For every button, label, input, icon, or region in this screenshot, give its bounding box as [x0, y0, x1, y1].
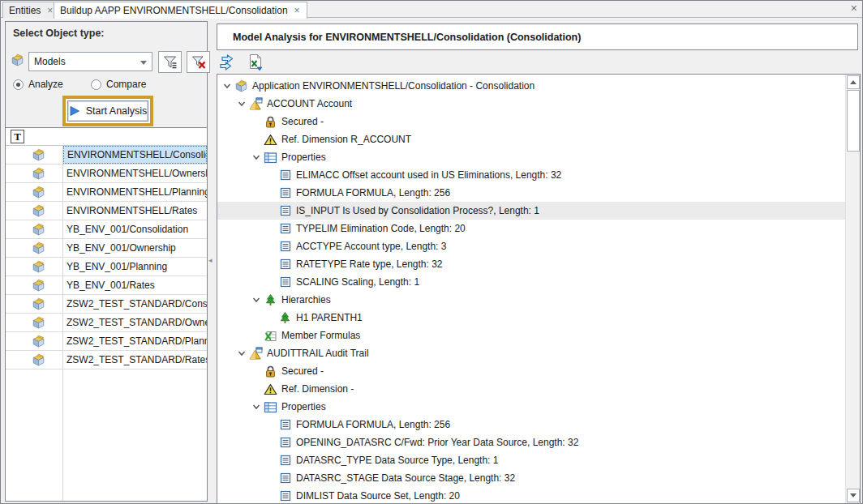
chevron-down-icon[interactable]: [237, 348, 249, 359]
export-excel-icon: [247, 53, 264, 71]
tree-row[interactable]: FORMULA FORMULA, Length: 256: [217, 416, 845, 434]
tree-row-label: Secured -: [277, 116, 324, 127]
panel-title: Select Object type:: [6, 22, 207, 42]
property-item-icon: [278, 454, 292, 468]
tree-row[interactable]: ELIMACC Offset account used in US Elimin…: [217, 166, 845, 184]
expand-arrows-button[interactable]: [218, 53, 238, 72]
chevron-down-icon[interactable]: [251, 401, 264, 412]
close-icon[interactable]: ×: [294, 6, 301, 15]
model-cube-icon: [32, 260, 45, 274]
tab-buildup[interactable]: Buildup AAPP ENVIRONMENTSHELL/Consolidat…: [54, 2, 307, 19]
tree-row[interactable]: Secured -: [217, 362, 845, 380]
object-type-select[interactable]: Models: [28, 52, 152, 71]
tree-row[interactable]: Hierarchies: [217, 291, 845, 309]
scrollbar-down-button[interactable]: [847, 489, 860, 502]
tree-row[interactable]: ACCOUNT Account: [217, 95, 845, 113]
tab-entities[interactable]: Entities ×: [2, 2, 60, 18]
model-row[interactable]: ENVIRONMENTSHELL/Planning: [6, 183, 207, 202]
chevron-spacer: [266, 169, 278, 181]
analysis-title-box: Model Analysis for ENVIRONMENTSHELL/Cons…: [217, 23, 858, 50]
model-row[interactable]: ZSW2_TEST_STANDARD/Consoli...: [6, 295, 207, 314]
radio-compare[interactable]: Compare: [91, 79, 146, 90]
models-table-header: T: [6, 128, 207, 146]
chevron-down-icon[interactable]: [237, 98, 249, 109]
tree-row[interactable]: Ref. Dimension -: [217, 380, 845, 398]
vertical-scrollbar[interactable]: [845, 75, 860, 503]
tree-row[interactable]: DATASRC_TYPE Data Source Type, Length: 1: [217, 451, 845, 469]
lock-icon: [264, 365, 277, 378]
tree-row[interactable]: Properties: [217, 148, 845, 166]
tree-row[interactable]: FORMULA FORMULA, Length: 256: [217, 184, 845, 202]
tree-row[interactable]: Ref. Dimension R_ACCOUNT: [217, 130, 845, 148]
scrollbar-up-button[interactable]: [847, 75, 860, 89]
chevron-spacer: [266, 276, 278, 288]
model-cube-icon: [32, 186, 45, 199]
radio-analyze-label: Analyze: [28, 79, 63, 90]
panel-splitter[interactable]: ◂: [208, 254, 215, 266]
tree-row[interactable]: DATASRC_STAGE Data Source Stage, Length:…: [217, 469, 845, 487]
tree-row[interactable]: Member Formulas: [217, 327, 845, 344]
text-filter-icon[interactable]: T: [11, 130, 24, 143]
model-row[interactable]: ZSW2_TEST_STANDARD/Owners...: [6, 314, 207, 332]
start-analysis-highlight: Start Analysis: [62, 96, 153, 126]
model-row[interactable]: ENVIRONMENTSHELL/Consolidation: [6, 146, 207, 164]
radio-analyze[interactable]: Analyze: [13, 79, 63, 90]
filter-button[interactable]: [158, 51, 182, 73]
model-cube-icon: [32, 223, 45, 237]
model-row-label: ZSW2_TEST_STANDARD/Owners...: [63, 314, 207, 331]
property-item-icon: [278, 186, 292, 200]
chevron-down-icon[interactable]: [251, 294, 264, 305]
tree-row[interactable]: Secured -: [217, 113, 845, 130]
model-row[interactable]: YB_ENV_001/Rates: [6, 276, 207, 295]
chevron-spacer: [251, 134, 264, 145]
tree-row[interactable]: IS_INPUT Is Used by Consolidation Proces…: [217, 202, 845, 220]
model-row-label: YB_ENV_001/Consolidation: [63, 220, 207, 238]
scrollbar-thumb[interactable]: [847, 90, 860, 152]
export-excel-button[interactable]: [246, 53, 265, 72]
tree-row[interactable]: TYPELIM Elimination Code, Length: 20: [217, 220, 845, 237]
model-row[interactable]: YB_ENV_001/Ownership: [6, 239, 207, 258]
model-cube-icon: [32, 241, 45, 255]
tree-row[interactable]: Application ENVIRONMENTSHELL/Consolidati…: [217, 77, 845, 95]
chevron-down-icon[interactable]: [251, 152, 264, 163]
tree-row-label: RATETYPE Rate type, Length: 32: [292, 258, 443, 270]
tree-row[interactable]: Properties: [217, 398, 845, 416]
tree-row[interactable]: RATETYPE Rate type, Length: 32: [217, 255, 845, 273]
play-icon: [69, 105, 80, 117]
tree-row[interactable]: ACCTYPE Account type, Length: 3: [217, 237, 845, 255]
tree-row[interactable]: SCALING Scaling, Length: 1: [217, 273, 845, 291]
close-icon[interactable]: ×: [851, 2, 857, 14]
chevron-down-icon[interactable]: [222, 80, 234, 92]
tree-row[interactable]: H1 PARENTH1: [217, 309, 845, 327]
model-cube-icon: [32, 204, 45, 218]
model-row[interactable]: ENVIRONMENTSHELL/Ownership: [6, 164, 207, 183]
tree-row[interactable]: AUDITTRAIL Audit Trail: [217, 344, 845, 362]
model-row[interactable]: YB_ENV_001/Consolidation: [6, 220, 207, 239]
tree-row-label: ELIMACC Offset account used in US Elimin…: [292, 169, 561, 181]
model-row-label: YB_ENV_001/Planning: [63, 258, 207, 275]
model-row[interactable]: ZSW2_TEST_STANDARD/Rates: [6, 351, 207, 369]
warning-icon: [264, 133, 277, 147]
model-row[interactable]: YB_ENV_001/Planning: [6, 258, 207, 276]
property-item-icon: [278, 472, 292, 485]
clear-filter-button[interactable]: [187, 51, 210, 73]
object-type-row: Models: [6, 51, 207, 73]
model-row[interactable]: ENVIRONMENTSHELL/Rates: [6, 202, 207, 220]
model-row[interactable]: ZSW2_TEST_STANDARD/Planning: [6, 332, 207, 351]
tree-row[interactable]: OPENING_DATASRC C/Fwd: Prior Year Data S…: [217, 434, 845, 451]
start-analysis-label: Start Analysis: [86, 105, 148, 117]
start-analysis-button[interactable]: Start Analysis: [67, 100, 148, 122]
property-item-icon: [278, 169, 292, 182]
tree-row-label: Properties: [277, 152, 326, 163]
tree-row-label: IS_INPUT Is Used by Consolidation Proces…: [292, 205, 539, 216]
arrow-up-icon: [850, 80, 857, 84]
model-row-label: YB_ENV_001/Rates: [63, 276, 207, 294]
property-item-icon: [278, 275, 292, 289]
model-row-label: ENVIRONMENTSHELL/Rates: [63, 202, 207, 220]
model-cube-icon: [234, 79, 248, 93]
tab-entities-label: Entities: [9, 5, 41, 16]
tree-row-label: DIMLIST Data Source Set, Length: 20: [292, 490, 460, 502]
tree-row-label: SCALING Scaling, Length: 1: [292, 276, 419, 288]
property-item-icon: [278, 240, 292, 254]
tree-row[interactable]: DIMLIST Data Source Set, Length: 20: [217, 487, 845, 504]
